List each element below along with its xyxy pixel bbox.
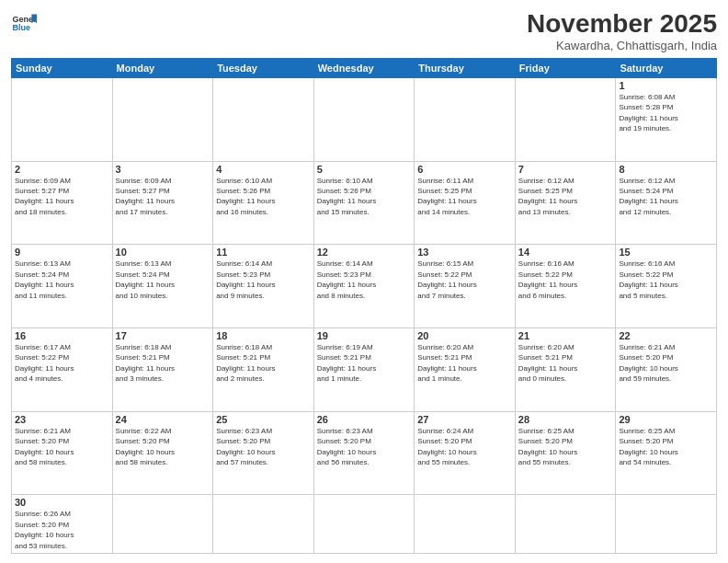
empty-cell [112, 78, 213, 162]
empty-cell [213, 495, 314, 554]
day-14: 14 Sunrise: 6:16 AMSunset: 5:22 PMDaylig… [515, 245, 616, 328]
calendar-row-3: 9 Sunrise: 6:13 AMSunset: 5:24 PMDayligh… [12, 245, 717, 328]
day-23: 23 Sunrise: 6:21 AMSunset: 5:20 PMDaylig… [12, 411, 113, 495]
logo: General Blue [11, 9, 37, 35]
empty-cell [313, 78, 415, 162]
calendar-row-4: 16 Sunrise: 6:17 AMSunset: 5:22 PMDaylig… [12, 328, 717, 412]
empty-cell [415, 78, 516, 162]
day-16: 16 Sunrise: 6:17 AMSunset: 5:22 PMDaylig… [12, 328, 113, 412]
day-18: 18 Sunrise: 6:18 AMSunset: 5:21 PMDaylig… [213, 328, 314, 412]
empty-cell [515, 495, 616, 554]
day-13: 13 Sunrise: 6:15 AMSunset: 5:22 PMDaylig… [415, 245, 516, 328]
day-2: 2 Sunrise: 6:09 AMSunset: 5:27 PMDayligh… [12, 161, 113, 245]
calendar-row-1: 1 Sunrise: 6:08 AMSunset: 5:28 PMDayligh… [12, 78, 717, 162]
day-15: 15 Sunrise: 6:16 AMSunset: 5:22 PMDaylig… [616, 245, 717, 328]
day-8: 8 Sunrise: 6:12 AMSunset: 5:24 PMDayligh… [616, 161, 717, 245]
empty-cell [112, 495, 213, 554]
empty-cell [12, 78, 113, 162]
weekday-header-row: Sunday Monday Tuesday Wednesday Thursday… [12, 59, 717, 78]
title-block: November 2025 Kawardha, Chhattisgarh, In… [527, 9, 717, 52]
day-28: 28 Sunrise: 6:25 AMSunset: 5:20 PMDaylig… [515, 411, 616, 495]
empty-cell [213, 78, 314, 162]
header-friday: Friday [515, 59, 616, 78]
day-25: 25 Sunrise: 6:23 AMSunset: 5:20 PMDaylig… [213, 411, 314, 495]
calendar-table: Sunday Monday Tuesday Wednesday Thursday… [11, 58, 717, 554]
header-monday: Monday [112, 59, 213, 78]
day-9: 9 Sunrise: 6:13 AMSunset: 5:24 PMDayligh… [12, 245, 113, 328]
empty-cell [515, 78, 616, 162]
header-tuesday: Tuesday [213, 59, 314, 78]
header-thursday: Thursday [415, 59, 516, 78]
day-22: 22 Sunrise: 6:21 AMSunset: 5:20 PMDaylig… [616, 328, 717, 412]
day-7: 7 Sunrise: 6:12 AMSunset: 5:25 PMDayligh… [515, 161, 616, 245]
header-sunday: Sunday [12, 59, 113, 78]
day-1: 1 Sunrise: 6:08 AMSunset: 5:28 PMDayligh… [616, 78, 717, 162]
day-24: 24 Sunrise: 6:22 AMSunset: 5:20 PMDaylig… [112, 411, 213, 495]
day-10: 10 Sunrise: 6:13 AMSunset: 5:24 PMDaylig… [112, 245, 213, 328]
day-11: 11 Sunrise: 6:14 AMSunset: 5:23 PMDaylig… [213, 245, 314, 328]
svg-text:Blue: Blue [12, 23, 30, 32]
location-subtitle: Kawardha, Chhattisgarh, India [527, 39, 717, 52]
day-5: 5 Sunrise: 6:10 AMSunset: 5:26 PMDayligh… [313, 161, 415, 245]
header-wednesday: Wednesday [313, 59, 415, 78]
calendar-row-2: 2 Sunrise: 6:09 AMSunset: 5:27 PMDayligh… [12, 161, 717, 245]
day-3: 3 Sunrise: 6:09 AMSunset: 5:27 PMDayligh… [112, 161, 213, 245]
header-saturday: Saturday [616, 59, 717, 78]
empty-cell [415, 495, 516, 554]
calendar-row-6: 30 Sunrise: 6:26 AMSunset: 5:20 PMDaylig… [12, 495, 717, 554]
month-title: November 2025 [527, 9, 717, 39]
day-29: 29 Sunrise: 6:25 AMSunset: 5:20 PMDaylig… [616, 411, 717, 495]
empty-cell [313, 495, 415, 554]
calendar-row-5: 23 Sunrise: 6:21 AMSunset: 5:20 PMDaylig… [12, 411, 717, 495]
day-30: 30 Sunrise: 6:26 AMSunset: 5:20 PMDaylig… [12, 495, 113, 554]
empty-cell [616, 495, 717, 554]
day-21: 21 Sunrise: 6:20 AMSunset: 5:21 PMDaylig… [515, 328, 616, 412]
day-17: 17 Sunrise: 6:18 AMSunset: 5:21 PMDaylig… [112, 328, 213, 412]
day-4: 4 Sunrise: 6:10 AMSunset: 5:26 PMDayligh… [213, 161, 314, 245]
page-header: General Blue November 2025 Kawardha, Chh… [11, 9, 717, 52]
day-19: 19 Sunrise: 6:19 AMSunset: 5:21 PMDaylig… [313, 328, 415, 412]
day-26: 26 Sunrise: 6:23 AMSunset: 5:20 PMDaylig… [313, 411, 415, 495]
day-20: 20 Sunrise: 6:20 AMSunset: 5:21 PMDaylig… [415, 328, 516, 412]
day-6: 6 Sunrise: 6:11 AMSunset: 5:25 PMDayligh… [415, 161, 516, 245]
day-27: 27 Sunrise: 6:24 AMSunset: 5:20 PMDaylig… [415, 411, 516, 495]
day-12: 12 Sunrise: 6:14 AMSunset: 5:23 PMDaylig… [313, 245, 415, 328]
